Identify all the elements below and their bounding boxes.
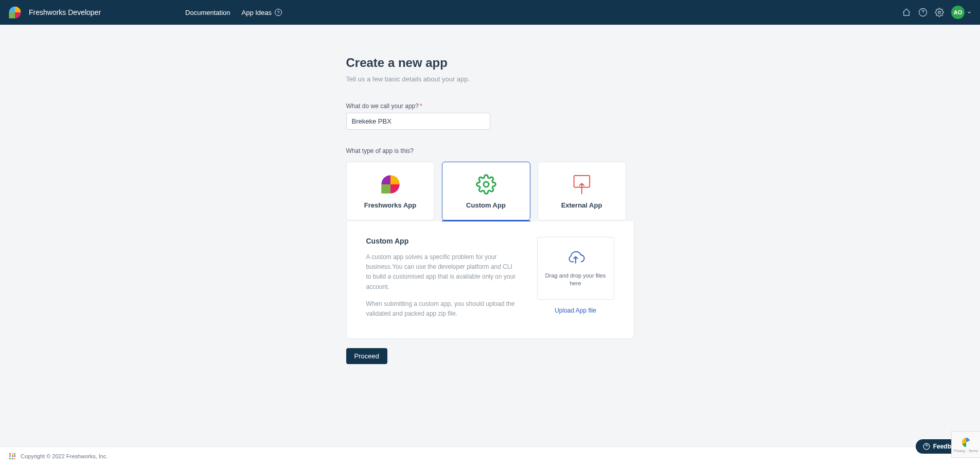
type-card-freshworks-label: Freshworks App [364,201,416,209]
brand[interactable]: Freshworks Developer [8,6,101,19]
help-icon: ? [275,9,282,16]
main-content: Create a new app Tell us a few basic det… [346,25,634,385]
type-card-external-label: External App [561,201,602,209]
app-name-label: What do we call your app?* [346,102,634,110]
page-subtitle: Tell us a few basic details about your a… [346,75,634,83]
required-marker: * [420,102,422,110]
page-title: Create a new app [346,56,634,70]
topbar-right: AO [902,6,972,19]
detail-desc-1: A custom app solves a specific problem f… [366,252,516,292]
cloud-upload-icon [565,249,586,266]
detail-panel: Custom App A custom app solves a specifi… [346,221,634,339]
nav-documentation[interactable]: Documentation [185,9,230,16]
file-dropzone[interactable]: Drag and drop your files here [537,237,614,300]
type-card-freshworks[interactable]: Freshworks App [346,162,435,220]
dropzone-wrap: Drag and drop your files here Upload App… [537,237,614,319]
external-app-icon [571,174,593,195]
type-card-custom-label: Custom App [466,201,506,209]
nav-app-ideas-label: App Ideas [242,9,272,16]
freshworks-logo-icon [8,6,22,19]
upload-file-link[interactable]: Upload App file [555,307,596,314]
type-card-custom[interactable]: Custom App [442,162,530,220]
top-nav: Freshworks Developer Documentation App I… [0,0,980,25]
svg-point-2 [484,182,489,187]
home-icon[interactable] [902,8,911,17]
gear-app-icon [475,174,497,195]
user-menu[interactable]: AO [951,6,972,19]
help-circle-icon[interactable] [918,8,928,17]
freshworks-app-icon [380,174,401,195]
detail-title: Custom App [366,237,516,245]
chevron-down-icon [967,10,972,15]
gear-icon[interactable] [935,8,944,17]
avatar: AO [951,6,965,19]
type-card-external[interactable]: External App [538,162,626,220]
app-name-label-text: What do we call your app? [346,102,419,110]
detail-desc-2: When submitting a custom app, you should… [366,299,516,319]
app-type-cards: Freshworks App Custom App External App [346,162,634,220]
svg-point-1 [938,11,941,14]
detail-text: Custom App A custom app solves a specifi… [366,237,516,319]
nav-app-ideas[interactable]: App Ideas ? [242,9,282,16]
brand-title: Freshworks Developer [29,8,101,16]
nav-links: Documentation App Ideas ? [185,9,282,16]
topbar-left: Freshworks Developer Documentation App I… [8,6,282,19]
dropzone-text: Drag and drop your files here [538,272,614,288]
app-name-input[interactable] [346,113,490,130]
proceed-button[interactable]: Proceed [346,348,387,364]
app-type-label: What type of app is this? [346,147,634,154]
